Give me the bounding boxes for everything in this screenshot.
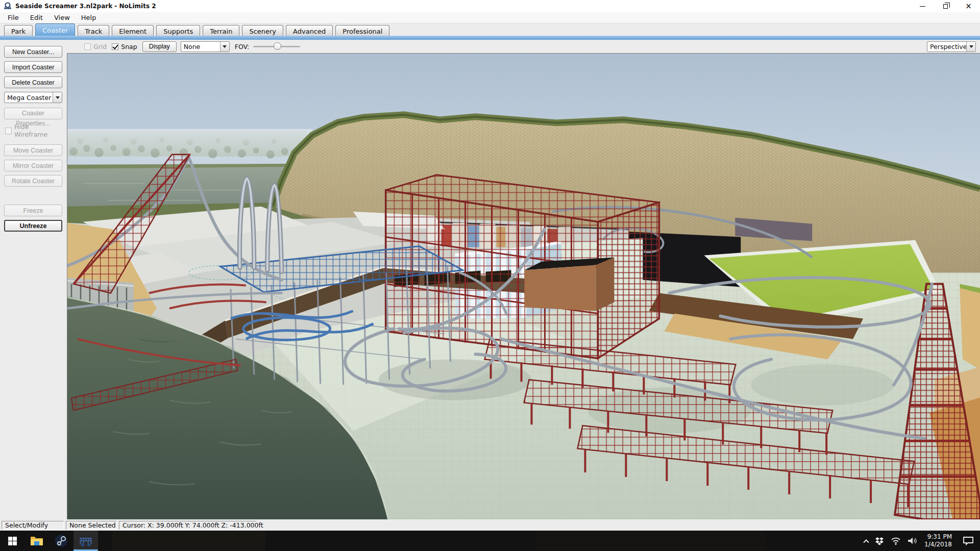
menu-view[interactable]: View (48, 13, 76, 22)
move-coaster-button[interactable]: Move Coaster (4, 144, 62, 156)
coaster-properties-button[interactable]: Coaster Properties... (4, 108, 62, 119)
tab-professional[interactable]: Professional (335, 25, 389, 36)
view-mode-select[interactable]: Perspective (927, 41, 976, 52)
wifi-icon[interactable] (891, 537, 901, 545)
menubar: File Edit View Help (0, 12, 980, 23)
close-icon: × (965, 3, 972, 10)
tabbar: Park Coaster Track Element Supports Terr… (0, 23, 980, 36)
minimize-icon (920, 6, 925, 7)
delete-coaster-button[interactable]: Delete Coaster (4, 77, 62, 88)
status-cursor-coords: Cursor: X: 39.000ft Y: 74.000ft Z: -413.… (119, 521, 257, 530)
coaster-sidebar: New Coaster... Import Coaster Delete Coa… (0, 40, 67, 519)
volume-icon[interactable] (908, 537, 918, 545)
import-coaster-button[interactable]: Import Coaster (4, 61, 62, 73)
window-title: Seaside Screamer 3.nl2park - NoLimits 2 (15, 3, 156, 10)
tab-advanced[interactable]: Advanced (286, 25, 333, 36)
statusbar: Select/Modify None Selected Cursor: X: 3… (0, 519, 980, 531)
hide-wireframe-checkbox[interactable]: Hide Wireframe (5, 123, 62, 138)
grid-checkbox[interactable]: Grid (84, 43, 107, 51)
titlebar: Seaside Screamer 3.nl2park - NoLimits 2 … (0, 0, 980, 12)
display-mode-select[interactable]: None (181, 41, 230, 52)
action-center-icon[interactable] (963, 536, 974, 546)
chevron-down-icon (56, 96, 60, 99)
nolimits-icon (79, 534, 93, 547)
status-selection: None Selected (66, 521, 117, 530)
system-tray: 9:31 PM 1/4/2018 (864, 531, 980, 551)
taskbar: 9:31 PM 1/4/2018 (0, 531, 980, 551)
tab-element[interactable]: Element (112, 25, 154, 36)
file-explorer-icon (30, 535, 43, 546)
tab-track[interactable]: Track (78, 25, 109, 36)
mirror-coaster-button[interactable]: Mirror Coaster (4, 160, 62, 171)
clock-time: 9:31 PM (924, 533, 952, 541)
taskbar-clock[interactable]: 9:31 PM 1/4/2018 (924, 533, 952, 548)
minimize-button[interactable] (911, 0, 934, 12)
windows-logo-icon (8, 537, 17, 545)
tab-coaster[interactable]: Coaster (35, 23, 75, 36)
snap-checkbox[interactable]: Snap (112, 43, 137, 51)
unfreeze-button[interactable]: Unfreeze (4, 220, 62, 232)
tab-terrain[interactable]: Terrain (203, 25, 239, 36)
restore-button[interactable] (934, 0, 957, 12)
menu-help[interactable]: Help (76, 13, 102, 22)
coaster-type-select[interactable]: Mega Coaster (4, 92, 62, 103)
fov-slider[interactable] (253, 42, 300, 51)
taskbar-steam[interactable] (49, 531, 74, 551)
nolimits2-window: Seaside Screamer 3.nl2park - NoLimits 2 … (0, 0, 980, 551)
tab-park[interactable]: Park (4, 25, 33, 36)
display-mode-value: None (181, 43, 220, 51)
checkbox-checked-icon (112, 43, 118, 50)
coaster-type-arrow[interactable] (53, 92, 62, 103)
status-mode: Select/Modify (2, 521, 64, 530)
tab-supports[interactable]: Supports (156, 25, 200, 36)
hide-wireframe-label: Hide Wireframe (14, 123, 62, 138)
restore-icon (943, 4, 948, 9)
display-mode-arrow[interactable] (220, 42, 229, 52)
viewport-scene (67, 54, 980, 519)
tab-scenery[interactable]: Scenery (242, 25, 283, 36)
app-icon (4, 2, 12, 10)
viewport-toolbar: Grid Snap Display None FOV: Perspectiv (67, 40, 980, 53)
menu-edit[interactable]: Edit (24, 13, 48, 22)
grid-label: Grid (93, 43, 107, 51)
taskbar-file-explorer[interactable] (24, 531, 49, 551)
checkbox-icon (84, 43, 91, 50)
display-button[interactable]: Display (142, 41, 177, 52)
fov-slider-thumb[interactable] (274, 42, 281, 50)
checkbox-icon (5, 128, 12, 134)
dropbox-icon[interactable] (875, 537, 884, 545)
brick-building (524, 258, 614, 311)
menu-file[interactable]: File (2, 13, 24, 22)
clock-date: 1/4/2018 (924, 541, 952, 548)
viewport-3d[interactable] (67, 53, 980, 519)
view-mode-arrow[interactable] (966, 42, 975, 52)
coaster-type-value: Mega Coaster (5, 94, 53, 102)
freeze-button[interactable]: Freeze (4, 205, 62, 216)
steam-icon (55, 534, 68, 547)
snap-label: Snap (121, 43, 137, 51)
view-mode-value: Perspective (927, 43, 966, 51)
chevron-down-icon (223, 45, 227, 48)
rotate-coaster-button[interactable]: Rotate Coaster (4, 175, 62, 187)
start-button[interactable] (0, 531, 24, 551)
fov-label: FOV: (235, 43, 250, 51)
close-button[interactable]: × (957, 0, 980, 12)
active-tab-band (0, 36, 980, 40)
new-coaster-button[interactable]: New Coaster... (4, 46, 62, 58)
taskbar-nolimits-2[interactable] (74, 531, 98, 551)
chevron-down-icon (969, 45, 973, 48)
hidden-icons-chevron-icon[interactable] (863, 539, 869, 545)
right-tan (960, 288, 980, 369)
